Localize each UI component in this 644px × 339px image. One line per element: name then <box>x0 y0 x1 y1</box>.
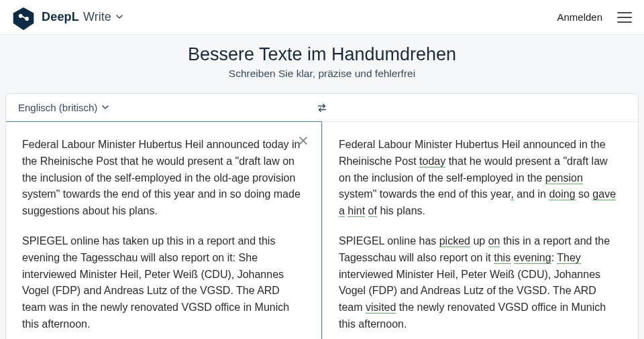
svg-marker-0 <box>13 7 34 30</box>
suggestion[interactable]: picked <box>439 235 470 247</box>
suggestion[interactable]: evening <box>514 252 551 264</box>
clear-input-button[interactable] <box>299 134 311 146</box>
menu-icon[interactable] <box>617 12 632 23</box>
suggestion[interactable]: on <box>488 235 500 247</box>
hero: Bessere Texte im Handumdrehen Schreiben … <box>0 35 644 89</box>
output-paragraph: SPIEGEL online has picked up on this in … <box>339 233 622 333</box>
svg-point-2 <box>25 17 29 21</box>
suggestion[interactable]: gave <box>592 188 616 200</box>
editor-toolbar: Englisch (britisch) <box>6 94 638 122</box>
language-label: Englisch (britisch) <box>18 102 97 113</box>
suggestion[interactable]: hint <box>347 205 365 217</box>
app-header: DeepL Write Anmelden <box>0 0 644 35</box>
suggestion[interactable]: doing <box>549 188 575 200</box>
editor-panes: Federal Labour Minister Hubertus Heil an… <box>6 122 638 339</box>
header-left: DeepL Write <box>12 6 123 29</box>
suggestion[interactable]: pension <box>545 172 583 184</box>
suggestion[interactable]: of <box>368 205 377 217</box>
suggestion[interactable]: today <box>419 155 445 167</box>
brand-name: DeepL <box>42 10 79 24</box>
suggestion[interactable]: a <box>339 205 345 217</box>
editor-card: Englisch (britisch) Federal Labour Minis… <box>5 93 639 339</box>
language-selector[interactable]: Englisch (britisch) <box>6 94 121 121</box>
suggestion[interactable]: visited <box>366 301 396 314</box>
input-paragraph: Federal Labour Minister Hubertus Heil an… <box>22 137 305 220</box>
output-paragraph: Federal Labour Minister Hubertus Heil an… <box>339 137 622 220</box>
login-link[interactable]: Anmelden <box>557 11 602 23</box>
product-name: Write <box>83 10 111 24</box>
deepl-logo-icon[interactable] <box>12 6 35 29</box>
input-paragraph: SPIEGEL online has taken up this in a re… <box>22 233 305 333</box>
suggestion[interactable]: this <box>494 252 511 264</box>
svg-point-1 <box>19 13 23 17</box>
input-pane[interactable]: Federal Labour Minister Hubertus Heil an… <box>5 121 322 339</box>
product-switcher[interactable]: DeepL Write <box>42 10 123 24</box>
output-pane[interactable]: Federal Labour Minister Hubertus Heil an… <box>322 122 638 339</box>
chevron-down-icon <box>101 102 109 113</box>
page-subtitle: Schreiben Sie klar, präzise und fehlerfr… <box>0 68 644 80</box>
swap-button[interactable] <box>312 98 332 118</box>
suggestion[interactable]: They <box>557 252 581 264</box>
page-title: Bessere Texte im Handumdrehen <box>0 44 644 65</box>
chevron-down-icon <box>115 13 123 21</box>
header-right: Anmelden <box>557 11 632 23</box>
